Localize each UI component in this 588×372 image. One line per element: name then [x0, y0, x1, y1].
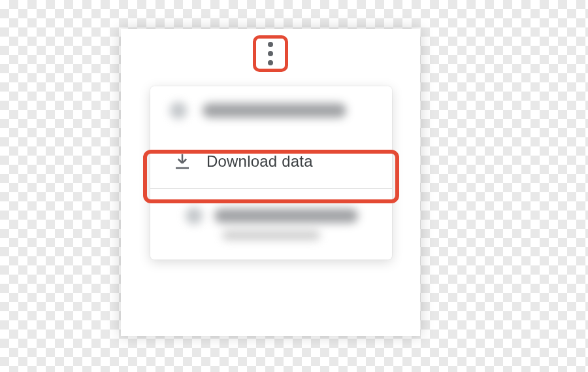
menu-item-blurred-1 [150, 86, 392, 135]
blurred-label [203, 103, 346, 118]
kebab-highlight-box [253, 35, 288, 72]
blurred-icon [184, 206, 204, 226]
download-data-label: Download data [206, 152, 313, 171]
blurred-sublabel [222, 231, 320, 240]
blurred-icon [169, 101, 188, 120]
download-icon [172, 152, 192, 171]
download-data-menu-item[interactable]: Download data [150, 135, 392, 188]
menu-item-blurred-2 [150, 189, 392, 260]
options-panel: Download data [121, 29, 420, 336]
blurred-label [214, 209, 358, 223]
dropdown-menu: Download data [150, 86, 392, 260]
more-options-button[interactable] [256, 39, 285, 69]
